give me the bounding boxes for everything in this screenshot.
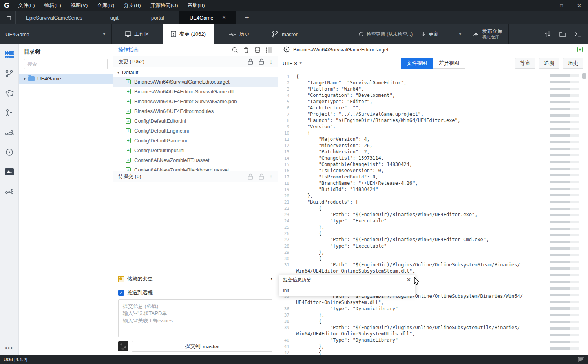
repo-tab[interactable]: EpicSurvivalGameSeries (16, 11, 93, 24)
tag-icon[interactable] (5, 89, 14, 98)
menu-item[interactable]: 编辑(E) (40, 0, 66, 11)
view-mode-button[interactable]: 文件视图 (401, 58, 433, 69)
guide-row: 操作指南 (113, 44, 278, 56)
file-row[interactable]: + Config\DefaultEditor.ini (113, 116, 278, 126)
close-tab-icon[interactable]: ✕ (222, 15, 226, 20)
branch-icon[interactable] (5, 69, 14, 78)
check-update-button[interactable]: 检查更新 (从未检查...) (355, 24, 416, 44)
tapd-icon[interactable] (5, 167, 14, 177)
file-row[interactable]: + Config\DefaultGame.ini (113, 136, 278, 146)
menu-item[interactable]: 开源协同(O) (146, 0, 183, 11)
menu-item[interactable]: 帮助(H) (183, 0, 209, 11)
line-number: 38 (278, 319, 296, 324)
commit-message-input[interactable]: 提交信息 (必填) 输入'--'关联TAPD单 输入'#'关联工蜂issues (118, 299, 272, 337)
close-icon[interactable]: ✕ (407, 277, 411, 283)
push-to-remote-row[interactable]: ✓ 推送到远程 (118, 289, 272, 296)
menu-item[interactable]: 分支(B) (119, 0, 145, 11)
lock-open-icon[interactable] (259, 58, 264, 65)
viewer-tool-button[interactable]: 等宽 (515, 58, 535, 69)
file-row[interactable]: + Config\DefaultInput.ini (113, 146, 278, 155)
open-repo-icon[interactable] (0, 11, 16, 24)
search-icon[interactable] (232, 47, 238, 53)
file-path-label: Binaries\Win64\UE4Editor.modules (134, 108, 214, 114)
side-rail: ••• (0, 44, 19, 355)
lock-open-icon[interactable] (259, 173, 264, 180)
menu-item[interactable]: 文件(F) (13, 0, 40, 11)
stage-file-icon[interactable]: + (577, 47, 583, 52)
update-dropdown-icon[interactable]: ▼ (458, 32, 462, 36)
line-text: "PatchVersion": 2, (296, 149, 370, 155)
chevron-right-icon[interactable]: › (270, 276, 272, 282)
stash-database-icon[interactable] (255, 47, 260, 53)
sync-branches-icon[interactable] (544, 31, 551, 38)
history-tab[interactable]: 历史 (214, 24, 265, 44)
branch-selector[interactable]: master (265, 24, 355, 44)
line-number: 31 (278, 262, 296, 268)
file-row[interactable]: + Binaries\Win64\SurvivalGameEditor.targ… (113, 77, 278, 87)
file-row[interactable]: + Content\AI\NewZombieBlackboard.uasset (113, 165, 278, 171)
view-mode-button[interactable]: 差异视图 (433, 58, 465, 69)
commit-graph-icon[interactable] (5, 128, 14, 137)
repo-tab-label: ugit (110, 15, 119, 21)
list-view-icon[interactable] (266, 47, 272, 53)
commit-history-item[interactable]: init (279, 285, 415, 296)
code-line: 14 "Changelist": 15973114, (278, 155, 588, 161)
push-remote-checkbox[interactable]: ✓ (118, 290, 124, 296)
commit-button[interactable]: 提交到 master (132, 341, 272, 352)
lock-closed-icon[interactable] (248, 173, 253, 180)
log-panel-icon[interactable] (578, 357, 584, 362)
move-down-icon[interactable]: ↓ (270, 58, 272, 65)
maximize-button[interactable]: □ (553, 0, 570, 11)
stashed-changes-row[interactable]: 储藏的变更 › (113, 273, 278, 285)
terminal-icon[interactable] (575, 32, 581, 37)
pipeline-icon[interactable] (5, 187, 14, 196)
changes-group-row[interactable]: ▾ Default (113, 67, 278, 77)
menu-item[interactable]: 视图(V) (66, 0, 92, 11)
encoding-selector[interactable]: UTF-8 ▼ (283, 60, 303, 66)
added-file-icon: + (126, 167, 131, 171)
move-up-icon[interactable]: ↑ (270, 173, 272, 180)
file-row[interactable]: + Content\AI\NewZombieBT.uasset (113, 155, 278, 165)
tree-search[interactable] (24, 59, 108, 69)
avatar[interactable] (118, 341, 128, 351)
close-button[interactable]: ✕ (570, 0, 588, 11)
publish-repo-button[interactable]: 发布仓库 将此仓库... (467, 24, 509, 44)
code-area[interactable]: 1 { 2 "TargetName": "SurvivalGameEditor"… (278, 71, 588, 355)
worktree-icon[interactable] (5, 49, 14, 59)
file-row[interactable]: + Binaries\Win64\UE4Editor-SurvivalGame.… (113, 96, 278, 106)
more-icon[interactable]: ••• (0, 345, 18, 351)
chevron-down-icon[interactable]: ▾ (24, 76, 26, 81)
toolbar-right-icons (544, 24, 588, 44)
file-row[interactable]: + Binaries\Win64\UE4Editor-SurvivalGame.… (113, 87, 278, 96)
repo-tab[interactable]: ugit (93, 11, 136, 24)
pull-request-icon[interactable] (5, 108, 14, 118)
guide-link[interactable]: 操作指南 (118, 46, 139, 53)
workspace-tab[interactable]: 工作区 (112, 24, 163, 44)
trash-icon[interactable] (244, 47, 249, 53)
minimap[interactable] (550, 74, 579, 353)
update-button[interactable]: 更新 ▼ (416, 24, 467, 44)
file-row[interactable]: + Config\DefaultEngine.ini (113, 126, 278, 136)
line-number: 3 (278, 87, 296, 92)
file-row[interactable]: + Binaries\Win64\UE4Editor.modules (113, 106, 278, 116)
menu-item[interactable]: 仓库(R) (92, 0, 119, 11)
new-tab-button[interactable]: + (236, 11, 258, 24)
repo-tab[interactable]: UE4Game ✕ (179, 11, 236, 24)
viewer-tool-button[interactable]: 追溯 (539, 58, 559, 69)
tree-search-input[interactable] (27, 61, 104, 67)
repo-tab[interactable]: portal (136, 11, 179, 24)
repo-tabs: EpicSurvivalGameSeries ugit portal UE4Ga… (16, 11, 236, 24)
minimize-button[interactable]: — (535, 0, 553, 11)
line-text: "Changelist": 15973114, (296, 155, 384, 161)
chevron-down-icon[interactable]: ▾ (117, 70, 119, 75)
open-folder-icon[interactable] (559, 31, 566, 37)
line-text: "Platform": "Win64", (296, 86, 364, 92)
scrollbar-thumb[interactable] (582, 73, 586, 79)
repo-selector[interactable]: UE4Game ▼ (0, 24, 112, 44)
viewer-tool-button[interactable]: 历史 (563, 58, 583, 69)
tree-root-item[interactable]: ▾ UE4Game (19, 74, 113, 84)
issue-icon[interactable] (5, 147, 14, 157)
app-logo: G (0, 2, 13, 9)
lock-closed-icon[interactable] (248, 58, 253, 65)
changes-tab[interactable]: 变更 (1062) (163, 24, 214, 44)
